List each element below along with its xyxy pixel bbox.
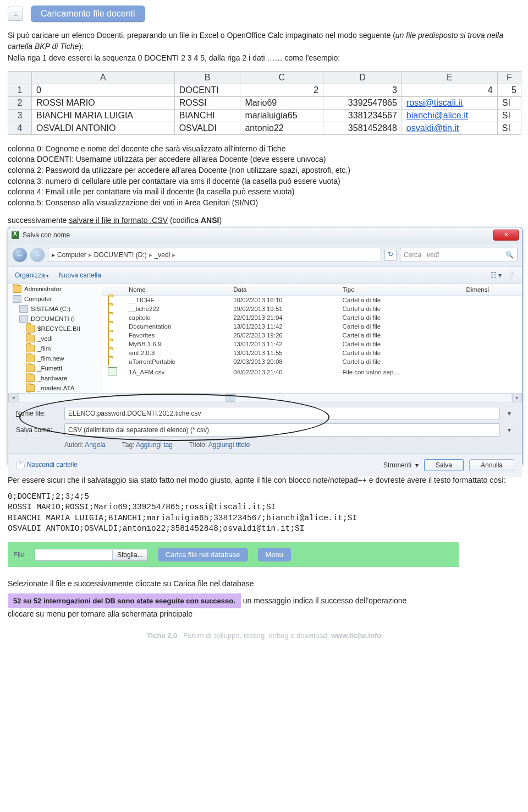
- back-line: cliccare su menu per tornare alla scherm…: [8, 609, 520, 618]
- scrollbar[interactable]: ◂▸: [8, 393, 522, 402]
- columns-explain: colonna 0: Cognome e nome del docente ch…: [8, 144, 520, 209]
- folder-icon: [26, 355, 35, 362]
- folder-icon: [26, 374, 35, 382]
- breadcrumb[interactable]: ▸Computer▸DOCUMENTI (D:)▸_vedi▸: [48, 248, 381, 262]
- file-list[interactable]: NomeDataTipoDimensi __TICHE10/02/2013 16…: [102, 284, 522, 393]
- folder-icon: [108, 323, 109, 330]
- top-bar: ≡ Caricamento file docenti: [8, 6, 520, 22]
- list-item: smf.2.0.313/01/2013 11:55Cartella di fil…: [102, 348, 522, 357]
- browse-button[interactable]: Sfoglia...: [112, 550, 147, 560]
- saveas-label: Salva come:: [16, 426, 60, 434]
- menu-button[interactable]: Menu: [258, 548, 292, 562]
- list-item: MyBB.1.6.913/01/2013 11:42Cartella di fi…: [102, 340, 522, 348]
- csv-icon: [108, 367, 117, 375]
- computer-icon: [13, 295, 21, 303]
- list-item: 1A_AFM.csv04/02/2013 21:40File con valor…: [102, 366, 522, 378]
- nav-forward-icon[interactable]: →: [30, 248, 45, 262]
- folder-icon: [108, 305, 109, 313]
- help-icon[interactable]: ❔: [507, 271, 515, 279]
- footer: Tiche 2.0 · Forum di sviluppo, testing, …: [8, 631, 520, 640]
- tools-menu[interactable]: Strumenti ▾: [383, 461, 419, 469]
- list-item: Favorites25/02/2013 19:26Cartella di fil…: [102, 331, 522, 340]
- folder-icon: [26, 325, 35, 333]
- save-button[interactable]: Salva: [424, 459, 464, 471]
- page-icon: ≡: [8, 7, 23, 21]
- folder-icon: [108, 331, 109, 339]
- nav-back-icon[interactable]: ←: [13, 248, 27, 262]
- page-title-pill: Caricamento file docenti: [31, 6, 145, 22]
- folder-icon: [108, 349, 109, 357]
- folder-icon: [108, 296, 109, 304]
- success-msg: 52 su 52 interrogazioni del DB sono stat…: [8, 593, 241, 608]
- hide-folders-link[interactable]: ˄Nascondi cartelle: [16, 461, 78, 470]
- disk-icon: [19, 305, 28, 313]
- filename-field[interactable]: ELENCO.password.DOCENTI.2012.tiche.csv: [64, 407, 500, 420]
- intro-text: Si può caricare un elenco Docenti, prepa…: [8, 30, 520, 63]
- organize-menu[interactable]: Organizza: [15, 271, 49, 279]
- view-icon[interactable]: ☷ ▾: [491, 271, 502, 279]
- excel-example-table: ABCDEF 10DOCENTI2345 2ROSSI MARIOROSSIMa…: [8, 71, 521, 135]
- disk-icon: [19, 315, 28, 323]
- list-item: uTorrentPortable02/03/2013 20:08Cartella…: [102, 357, 522, 366]
- close-icon[interactable]: ✕: [493, 230, 519, 241]
- refresh-icon[interactable]: ↻: [384, 249, 397, 261]
- folder-icon: [26, 345, 35, 352]
- dialog-title: Salva con nome: [23, 231, 70, 239]
- save-dialog: Salva con nome ✕ ← → ▸Computer▸DOCUMENTI…: [8, 227, 522, 465]
- folder-tree[interactable]: Administrator Computer SISTEMA (C:) DOCU…: [8, 284, 102, 393]
- cancel-button[interactable]: Annulla: [469, 459, 514, 471]
- load-db-button[interactable]: Carica file nel database: [158, 548, 248, 562]
- list-item: __tiche22219/02/2013 19:51Cartella di fi…: [102, 304, 522, 313]
- list-item: Documentation13/01/2013 11:42Cartella di…: [102, 322, 522, 331]
- folder-icon: [26, 384, 35, 392]
- final-instruction: Selezionate il file e successivamente cl…: [8, 579, 520, 588]
- folder-icon: [13, 285, 21, 293]
- filename-label: Nome file:: [16, 410, 60, 417]
- folder-icon: [108, 358, 109, 366]
- excel-app-icon: [12, 231, 19, 239]
- folder-icon: [26, 335, 35, 342]
- success-tail: un messaggio indica il successo dell'ope…: [243, 596, 407, 605]
- filetype-field[interactable]: CSV (delimitato dal separatore di elenco…: [64, 423, 500, 437]
- folder-icon: [108, 340, 109, 348]
- folder-icon: [26, 364, 35, 372]
- save-line: successivamente salvare il file in forma…: [8, 216, 520, 225]
- folder-icon: [108, 314, 109, 321]
- search-input[interactable]: Cerca _vedi🔍: [400, 248, 518, 262]
- upload-bar: File Sfoglia... Carica file nel database…: [8, 542, 459, 567]
- csv-sample: 0;DOCENTI;2;3;4;5 ROSSI MARIO;ROSSI;Mari…: [8, 492, 520, 535]
- file-label: File: [13, 551, 25, 559]
- file-input[interactable]: Sfoglia...: [35, 549, 148, 561]
- list-item: capitolo22/01/2013 21:04Cartella di file: [102, 313, 522, 322]
- new-folder-button[interactable]: Nuova cartella: [59, 271, 101, 279]
- list-item: __TICHE10/02/2013 16:10Cartella di file: [102, 296, 522, 305]
- metadata: Autori: Angela Tag: Aggiungi tag Titolo:…: [16, 440, 514, 449]
- search-icon: 🔍: [505, 251, 514, 259]
